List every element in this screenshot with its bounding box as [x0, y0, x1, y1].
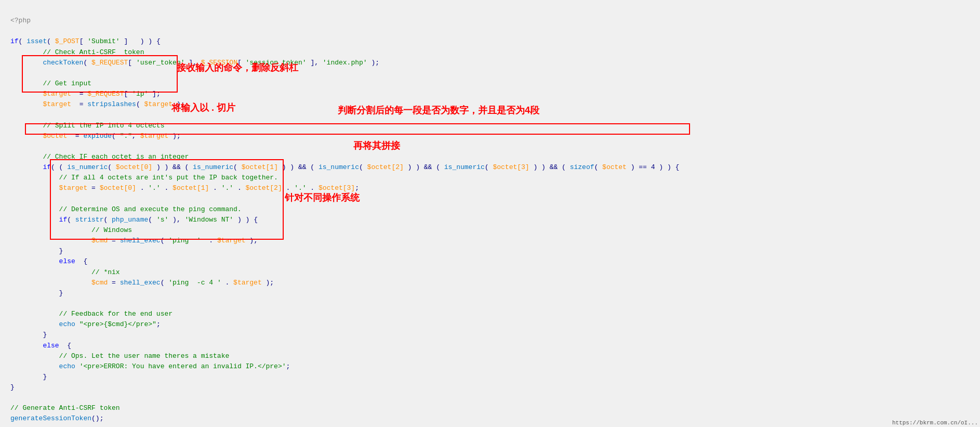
code-area: <?php if( isset( $_POST[ 'Submit' ] ) ) …	[0, 0, 980, 427]
code-line-32: else {	[10, 341, 970, 351]
code-line-14: // Check IF each octet is an integer	[10, 152, 970, 162]
code-line-25: // *nix	[10, 267, 970, 278]
code-line-37	[10, 393, 970, 403]
code-line-31: }	[10, 330, 970, 340]
code-line-4: // Check Anti-CSRF token	[10, 47, 970, 58]
url-bar: https://bkrm.com.cn/oI...	[890, 419, 980, 427]
code-line-13	[10, 141, 970, 152]
code-line-20: if( stristr( php_uname( 's' ), 'Windows …	[10, 215, 970, 225]
code-line-36: }	[10, 382, 970, 393]
code-line-16: // If all 4 octets are int's put the IP …	[10, 173, 970, 183]
code-line-21: // Windows	[10, 225, 970, 236]
code-line-29: // Feedback for the end user	[10, 309, 970, 319]
code-line-35: }	[10, 372, 970, 382]
code-line-3: if( isset( $_POST[ 'Submit' ] ) ) {	[10, 36, 970, 47]
code-line-22: $cmd = shell_exec( 'ping ' . $target );	[10, 236, 970, 246]
code-line-28	[10, 299, 970, 309]
code-line-26: $cmd = shell_exec( 'ping -c 4 ' . $targe…	[10, 278, 970, 288]
code-line-23: }	[10, 246, 970, 256]
annotation-4: 再将其拼接	[353, 139, 400, 152]
code-line-11: // Split the IP into 4 octects	[10, 121, 970, 131]
code-line-34: echo '<pre>ERROR: You have entered an in…	[10, 361, 970, 372]
code-line-8: $target = $_REQUEST[ 'ip' ];	[10, 89, 970, 99]
annotation-3: 判断分割后的每一段是否为数字，并且是否为4段	[338, 104, 539, 117]
code-line-24: else {	[10, 256, 970, 267]
code-line-7: // Get input	[10, 79, 970, 89]
code-line-2	[10, 26, 970, 36]
code-line-12: $octet = explode( ".", $target );	[10, 131, 970, 141]
code-line-33: // Ops. Let the user name theres a mista…	[10, 351, 970, 361]
code-line-30: echo "<pre>{$cmd}</pre>";	[10, 319, 970, 330]
annotation-1: 接收输入的命令，删除反斜杠	[177, 61, 298, 74]
code-line-1: <?php	[10, 16, 970, 26]
code-line-38: // Generate Anti-CSRF token	[10, 403, 970, 413]
annotation-2: 将输入以 . 切片	[171, 101, 235, 114]
annotation-5: 针对不同操作系统	[285, 191, 360, 204]
code-line-6	[10, 68, 970, 79]
code-line-5: checkToken( $_REQUEST[ 'user_token' ], $…	[10, 58, 970, 68]
code-line-15: if( ( is_numeric( $octet[0] ) ) && ( is_…	[10, 162, 970, 173]
code-line-18	[10, 194, 970, 204]
code-line-40	[10, 424, 970, 427]
code-line-27: }	[10, 288, 970, 299]
code-line-19: // Determine OS and execute the ping com…	[10, 204, 970, 215]
code-line-17: $target = $octet[0] . '.' . $octet[1] . …	[10, 183, 970, 193]
code-line-39: generateSessionToken();	[10, 413, 970, 424]
